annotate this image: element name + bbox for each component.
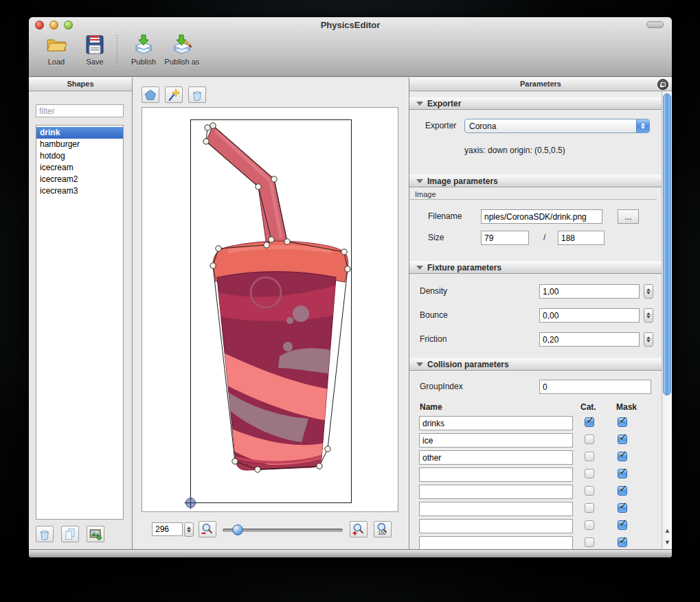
- density-input[interactable]: [539, 284, 640, 299]
- delete-polygon-button[interactable]: [188, 86, 206, 103]
- cat-checkbox[interactable]: [585, 435, 594, 444]
- mask-checkbox[interactable]: [618, 452, 627, 461]
- parameters-panel: Parameters Exporter Exporter Corona: [409, 78, 672, 549]
- shape-list-item-icecream[interactable]: icecream: [36, 162, 123, 174]
- cat-column-header: Cat.: [580, 402, 596, 412]
- toolbar-toggle-button[interactable]: [646, 21, 664, 28]
- parameters-scroll-area: Exporter Exporter Corona yaxis: down ori…: [409, 91, 662, 549]
- image-parameters-section-header[interactable]: Image parameters: [409, 174, 662, 187]
- friction-stepper[interactable]: [644, 332, 653, 347]
- collision-name-input[interactable]: [419, 519, 573, 533]
- collision-name-input[interactable]: [419, 433, 573, 448]
- cat-checkbox[interactable]: [585, 486, 594, 496]
- cat-checkbox[interactable]: [585, 520, 594, 530]
- mask-checkbox[interactable]: [618, 417, 627, 427]
- exporter-section-header[interactable]: Exporter: [409, 97, 662, 110]
- collision-name-input[interactable]: [419, 536, 573, 549]
- shape-list-item-hamburger[interactable]: hamburger: [36, 139, 123, 150]
- shape-list: drink hamburger hotdog icecream icecream…: [36, 125, 124, 520]
- collision-name-input[interactable]: [419, 450, 573, 465]
- zoom-slider-knob[interactable]: [232, 524, 243, 535]
- group-index-label: GroupIndex: [420, 382, 463, 391]
- size-label: Size: [428, 233, 444, 242]
- add-polygon-button[interactable]: [142, 86, 159, 103]
- main-toolbar: Load Save: [37, 34, 201, 67]
- collision-parameters-section-header[interactable]: Collision parameters: [409, 358, 662, 371]
- friction-label: Friction: [420, 334, 447, 344]
- collision-row: [409, 433, 662, 448]
- scroll-down-arrow[interactable]: ▼: [662, 536, 672, 548]
- shape-editor-canvas[interactable]: [142, 107, 398, 512]
- auto-trace-button[interactable]: [165, 86, 183, 103]
- bounce-stepper[interactable]: [644, 308, 653, 323]
- image-group-label: Image: [409, 187, 657, 200]
- shape-list-item-icecream2[interactable]: icecream2: [36, 174, 123, 185]
- collision-name-input[interactable]: [419, 485, 573, 499]
- collision-row: [409, 416, 662, 430]
- svg-text:100: 100: [379, 531, 386, 535]
- shape-list-item-drink[interactable]: drink: [36, 127, 123, 139]
- parameters-scrollbar[interactable]: ▲ ▼: [662, 91, 672, 549]
- density-stepper[interactable]: [644, 284, 653, 299]
- cat-checkbox[interactable]: [585, 503, 594, 513]
- zoom-value-stepper[interactable]: [184, 522, 194, 537]
- collision-name-input[interactable]: [419, 416, 573, 430]
- mask-checkbox[interactable]: [618, 520, 627, 530]
- mask-checkbox[interactable]: [618, 435, 627, 444]
- filename-label: Filename: [428, 211, 462, 221]
- mask-checkbox[interactable]: [618, 503, 627, 513]
- load-button[interactable]: Load: [37, 34, 76, 66]
- friction-input[interactable]: [539, 332, 640, 347]
- window-bottom-edge: [29, 549, 672, 557]
- scroll-up-arrow[interactable]: ▲: [662, 524, 672, 536]
- cat-checkbox[interactable]: [585, 417, 594, 427]
- trash-icon: [38, 527, 52, 541]
- add-image-button[interactable]: [87, 526, 104, 542]
- parameters-panel-header: Parameters: [409, 78, 672, 91]
- floppy-disk-icon: [84, 34, 106, 56]
- publish-as-icon: [171, 34, 193, 56]
- collision-name-input[interactable]: [419, 467, 573, 482]
- shape-list-item-hotdog[interactable]: hotdog: [36, 150, 123, 162]
- mask-checkbox[interactable]: [618, 537, 627, 547]
- zoom-in-button[interactable]: [350, 521, 368, 537]
- zoom-out-button[interactable]: [199, 521, 216, 537]
- bounce-input[interactable]: [539, 308, 640, 323]
- publish-as-button[interactable]: Publish as: [163, 34, 201, 66]
- duplicate-shape-button[interactable]: [61, 526, 79, 542]
- browse-file-button[interactable]: ...: [618, 209, 639, 224]
- shape-list-item-icecream3[interactable]: icecream3: [36, 185, 123, 197]
- shape-filter-input[interactable]: [36, 104, 124, 117]
- collision-name-input[interactable]: [419, 502, 573, 516]
- zoom-slider[interactable]: [223, 529, 343, 532]
- add-image-icon: [89, 527, 102, 541]
- mask-checkbox[interactable]: [618, 469, 627, 478]
- image-width-input[interactable]: [481, 231, 529, 245]
- save-button[interactable]: Save: [76, 34, 114, 66]
- detach-panel-button[interactable]: [657, 79, 668, 90]
- shapes-panel: Shapes drink hamburger hotdog icecream i…: [29, 78, 133, 549]
- exporter-select[interactable]: Corona: [464, 119, 650, 133]
- scrollbar-thumb[interactable]: [663, 93, 671, 395]
- zoom-100-button[interactable]: 100: [374, 521, 392, 537]
- publish-button[interactable]: Publish: [124, 34, 163, 66]
- toolbar-separator: [117, 35, 117, 67]
- bounce-label: Bounce: [420, 310, 448, 320]
- filename-input[interactable]: [481, 209, 602, 224]
- exporter-label: Exporter: [425, 121, 456, 130]
- exporter-selected-value: Corona: [465, 121, 636, 131]
- mask-checkbox[interactable]: [618, 486, 627, 496]
- cat-checkbox[interactable]: [585, 469, 594, 478]
- zoom-value-input[interactable]: [152, 522, 183, 536]
- group-index-input[interactable]: [539, 380, 651, 394]
- fixture-parameters-section-body: Density Bounce Friction: [409, 274, 662, 358]
- delete-shape-button[interactable]: [36, 526, 54, 542]
- titlebar[interactable]: PhysicsEditor: [29, 17, 672, 32]
- fixture-parameters-section-header[interactable]: Fixture parameters: [409, 261, 662, 274]
- image-height-input[interactable]: [558, 231, 605, 245]
- image-parameters-section-body: Image Filename ... Size /: [409, 187, 662, 261]
- collision-row: [409, 502, 662, 516]
- cat-checkbox[interactable]: [585, 452, 594, 461]
- cat-checkbox[interactable]: [585, 537, 594, 547]
- disclosure-triangle-icon: [416, 266, 423, 270]
